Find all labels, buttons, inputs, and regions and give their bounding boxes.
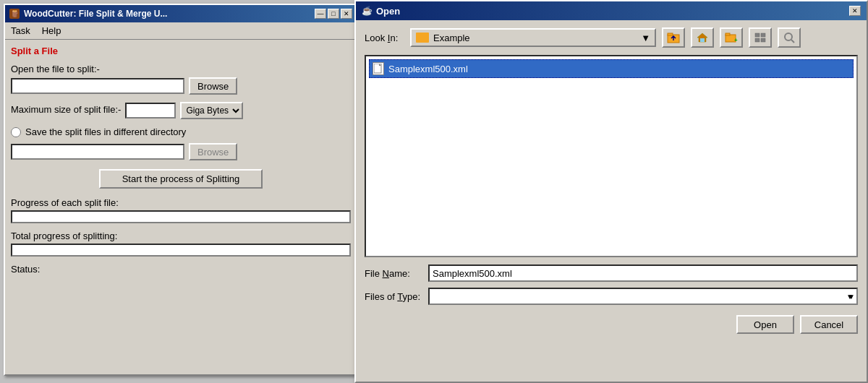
svg-rect-1 [668, 33, 673, 35]
filetype-select[interactable] [428, 288, 858, 305]
save-directory-radio[interactable] [11, 127, 21, 137]
lookin-select[interactable]: Example ▼ [410, 28, 656, 47]
open-dialog: ☕ Open ✕ Look In: Example ▼ [354, 0, 868, 383]
toolbar-btn-4[interactable] [749, 27, 772, 48]
toolbar-btn-2[interactable] [691, 27, 714, 48]
home-icon [696, 32, 709, 43]
menu-bar: Task Help [5, 22, 357, 40]
split-button[interactable]: Start the process of Splitting [99, 169, 263, 189]
lookin-row: Look In: Example ▼ [365, 27, 858, 48]
max-size-label: Maximum size of split file:- [11, 104, 121, 115]
filetype-row: Files of Type: ▼ [365, 288, 858, 305]
total-progress-bar [11, 244, 351, 257]
menu-help[interactable]: Help [39, 24, 64, 38]
lookin-select-inner: Example [416, 33, 470, 43]
filename-input[interactable] [428, 264, 858, 282]
svg-line-11 [791, 40, 794, 43]
directory-row: Browse [11, 143, 351, 160]
progress-each-bar [11, 210, 351, 223]
svg-text:+: + [734, 37, 738, 43]
cancel-button[interactable]: Cancel [800, 315, 858, 334]
title-bar-controls: — □ ✕ [315, 9, 352, 19]
directory-input[interactable] [11, 144, 184, 160]
progress-each-label: Progress of each split file: [11, 197, 351, 208]
svg-rect-8 [755, 38, 760, 42]
up-folder-icon [667, 32, 680, 43]
app-icon: 🪵 [9, 9, 20, 19]
size-unit-select[interactable]: Giga Bytes [180, 102, 243, 119]
search-icon [783, 32, 796, 43]
total-progress-label: Total progress of splitting: [11, 231, 351, 241]
dialog-title-left: ☕ Open [362, 6, 400, 17]
toolbar-btn-1[interactable] [662, 27, 685, 48]
file-list-area[interactable]: Samplexml500.xml [365, 55, 858, 257]
file-path-input[interactable] [11, 78, 184, 94]
app-title-bar: 🪵 WoodCutter: File Split & Merge U... — … [5, 5, 357, 22]
svg-rect-9 [761, 38, 765, 42]
dialog-icon: ☕ [362, 6, 372, 16]
maximize-button[interactable]: □ [328, 9, 339, 19]
dialog-content: Look In: Example ▼ [356, 20, 867, 341]
dialog-close-button[interactable]: ✕ [849, 6, 861, 16]
open-file-label: Open the file to split:- [11, 64, 351, 74]
save-directory-label: Save the split files in different direct… [25, 126, 186, 137]
file-icon [373, 62, 384, 75]
dialog-title: Open [376, 6, 400, 17]
browse-directory-button[interactable]: Browse [189, 143, 237, 160]
section-title: Split a File [11, 46, 351, 56]
list-view-icon [754, 32, 767, 43]
toolbar-btn-3[interactable]: + [720, 27, 743, 48]
open-button[interactable]: Open [736, 315, 794, 334]
close-button[interactable]: ✕ [341, 9, 352, 19]
new-folder-icon: + [725, 32, 738, 43]
app-title: WoodCutter: File Split & Merge U... [24, 9, 167, 19]
save-directory-row: Save the split files in different direct… [11, 126, 351, 137]
menu-task[interactable]: Task [8, 24, 33, 38]
file-item-name: Samplexml500.xml [388, 64, 468, 74]
dialog-title-bar: ☕ Open ✕ [356, 1, 867, 20]
filename-label: File Name: [365, 268, 422, 279]
lookin-dropdown-arrow: ▼ [641, 33, 650, 43]
max-size-row: Maximum size of split file:- Giga Bytes [11, 102, 351, 119]
toolbar-btn-5[interactable] [778, 27, 801, 48]
lookin-value: Example [433, 33, 470, 43]
folder-icon [416, 33, 429, 43]
max-size-input[interactable] [125, 103, 176, 119]
svg-point-10 [785, 33, 792, 40]
svg-rect-4 [726, 33, 730, 35]
status-label: Status: [11, 264, 351, 275]
filetype-label: Files of Type: [365, 291, 422, 302]
title-bar-left: 🪵 WoodCutter: File Split & Merge U... [9, 9, 167, 19]
open-file-row: Browse [11, 77, 351, 95]
split-button-row: Start the process of Splitting [11, 169, 351, 189]
app-window: 🪵 WoodCutter: File Split & Merge U... — … [4, 4, 358, 376]
app-content: Split a File Open the file to split:- Br… [5, 40, 357, 280]
minimize-button[interactable]: — [315, 9, 326, 19]
lookin-text: Look In: [365, 33, 398, 43]
filename-field-row: File Name: [365, 264, 858, 282]
lookin-label: Look In: [365, 33, 404, 43]
browse-file-button[interactable]: Browse [189, 77, 237, 95]
filetype-select-wrapper: ▼ [428, 288, 858, 305]
svg-rect-6 [755, 33, 760, 37]
file-item[interactable]: Samplexml500.xml [369, 59, 854, 78]
svg-rect-7 [761, 33, 765, 37]
svg-rect-2 [700, 38, 705, 42]
dialog-buttons: Open Cancel [365, 315, 858, 334]
